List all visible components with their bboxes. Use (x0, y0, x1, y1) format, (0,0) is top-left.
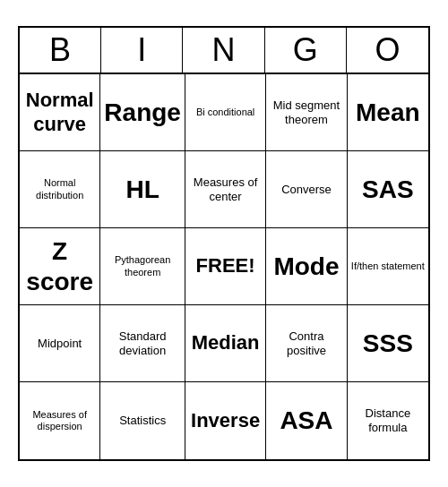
bingo-cell: Standard deviation (100, 305, 185, 382)
cell-text: Z score (23, 236, 96, 296)
bingo-cell: Range (100, 74, 185, 151)
cell-text: Distance formula (351, 406, 425, 434)
cell-text: Converse (281, 183, 332, 197)
bingo-cell: Converse (266, 151, 347, 228)
bingo-grid: Normal curveRangeBi conditionalMid segme… (20, 74, 428, 459)
bingo-cell: Normal distribution (20, 151, 100, 228)
cell-text: Range (104, 98, 181, 128)
cell-text: Pythagorean theorem (104, 254, 181, 278)
cell-text: Contra positive (270, 329, 342, 357)
cell-text: Normal distribution (23, 177, 96, 201)
cell-text: Mode (273, 252, 339, 282)
bingo-cell: Mean (348, 74, 428, 151)
bingo-cell: Z score (20, 228, 100, 305)
cell-text: FREE! (196, 254, 255, 278)
cell-text: Normal curve (23, 89, 96, 136)
header-letter: I (101, 28, 183, 73)
cell-text: Mid segment theorem (270, 98, 342, 126)
cell-text: Measures of center (189, 175, 262, 203)
cell-text: Midpoint (38, 337, 82, 351)
bingo-cell: Distance formula (348, 382, 428, 459)
cell-text: SSS (363, 329, 413, 359)
bingo-cell: Mid segment theorem (266, 74, 347, 151)
bingo-cell: SSS (348, 305, 428, 382)
bingo-cell: HL (100, 151, 185, 228)
cell-text: Standard deviation (104, 329, 181, 357)
bingo-cell: Statistics (100, 382, 185, 459)
bingo-cell: Measures of center (185, 151, 266, 228)
cell-text: Median (192, 331, 260, 355)
header-letter: N (183, 28, 264, 73)
bingo-cell: Bi conditional (185, 74, 266, 151)
header-letter: B (20, 28, 101, 73)
cell-text: Inverse (191, 409, 260, 432)
header-letter: O (347, 28, 428, 73)
bingo-cell: If/then statement (348, 228, 428, 305)
bingo-cell: Midpoint (20, 305, 100, 382)
bingo-cell: ASA (266, 382, 347, 459)
header-letter: G (265, 28, 347, 73)
bingo-cell: Inverse (185, 382, 266, 459)
bingo-cell: Median (185, 305, 266, 382)
bingo-cell: Pythagorean theorem (100, 228, 185, 305)
bingo-cell: Mode (266, 228, 347, 305)
bingo-cell: Contra positive (266, 305, 347, 382)
bingo-cell: Measures of dispersion (20, 382, 100, 459)
cell-text: Mean (356, 98, 420, 128)
cell-text: HL (125, 175, 159, 205)
cell-text: Measures of dispersion (23, 409, 96, 432)
cell-text: If/then statement (351, 261, 425, 272)
bingo-card: BINGO Normal curveRangeBi conditionalMid… (18, 26, 430, 461)
bingo-header: BINGO (20, 28, 428, 74)
bingo-cell: Normal curve (20, 74, 100, 151)
cell-text: ASA (280, 406, 332, 436)
bingo-cell: FREE! (185, 228, 266, 305)
cell-text: SAS (362, 175, 414, 205)
bingo-cell: SAS (348, 151, 428, 228)
cell-text: Bi conditional (196, 107, 254, 118)
cell-text: Statistics (119, 414, 166, 428)
